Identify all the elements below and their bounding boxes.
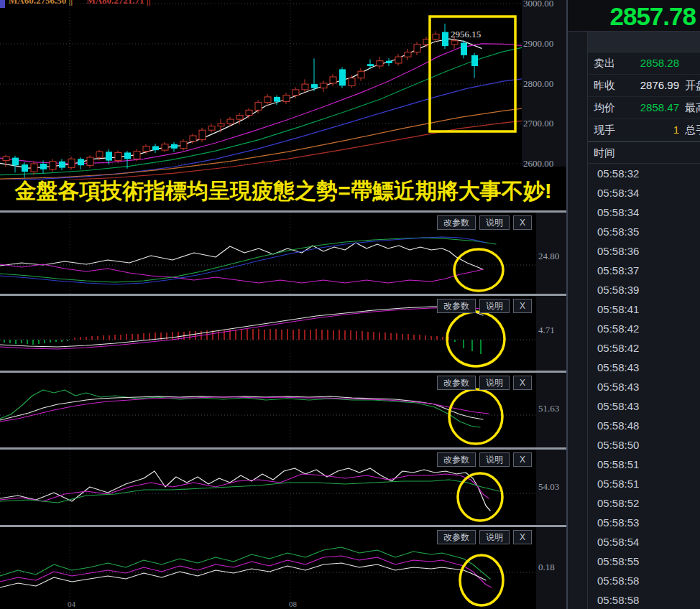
indicator-value-label: 51.63 <box>538 403 559 414</box>
panel-1-toolbar: 改参数说明X <box>437 215 532 230</box>
price-axis-label: 3000.00 <box>523 0 553 9</box>
analyst-annotation-text: 金盤各項技術指標均呈現疲態之勢=帶鰾近期將大事不妙! <box>0 171 566 210</box>
ma60-legend-label: MA60.2756.50 || <box>9 0 73 6</box>
x-axis-label: 08 <box>289 600 298 608</box>
indicator-panel-1: 改参数说明X24.80 <box>0 213 566 294</box>
highlight-circle <box>447 312 505 366</box>
quote-row-label: 均价 <box>594 97 615 118</box>
indicator-panel-5: 0408改参数说明X0.18 <box>0 527 566 609</box>
indicator-value-label: 54.03 <box>538 481 559 493</box>
time-row: 05:58:34 <box>588 183 700 203</box>
quote-spacer-band <box>588 32 700 52</box>
panel-5-edit-params-button[interactable]: 改参数 <box>437 530 476 544</box>
time-row: 05:58:39 <box>588 280 700 299</box>
time-row: 05:58:35 <box>588 222 700 241</box>
indicator-value-label: 0.18 <box>538 562 555 573</box>
quote-row-label2: 开盘 <box>685 75 700 96</box>
panel-4-help-button[interactable]: 说明 <box>479 452 510 467</box>
quote-row: 昨收2876.99开盘 <box>588 75 700 97</box>
quote-row-value: 2858.28 <box>640 52 679 74</box>
panel-4-toolbar: 改参数说明X <box>437 452 532 467</box>
panel-5-toolbar: 改参数说明X <box>437 530 532 544</box>
time-row: 05:58:50 <box>588 435 700 455</box>
ma-legend: MA60.2756.50 || MA80.2721.71 || <box>9 0 151 6</box>
panel-2-toolbar: 改参数说明X <box>437 299 532 313</box>
highlight-circle <box>449 389 502 444</box>
panel-1-help-button[interactable]: 说明 <box>479 215 510 230</box>
panel-3-edit-params-button[interactable]: 改参数 <box>437 376 476 390</box>
quote-row: 卖出2858.28 <box>588 52 700 75</box>
time-row: 05:58:48 <box>588 416 700 435</box>
quote-row-label2: 最高 <box>685 97 700 118</box>
time-list-header: 时间 <box>588 141 700 164</box>
time-row: 05:58:55 <box>588 552 700 571</box>
quote-rows: 卖出2858.28昨收2876.99开盘均价2858.47最高现手1总手 <box>588 52 700 141</box>
price-axis-label: 2800.00 <box>523 78 553 90</box>
quote-row-label: 昨收 <box>594 75 615 96</box>
panel-3-help-button[interactable]: 说明 <box>479 376 510 390</box>
candlestick-plot: 2956.15 <box>0 0 566 182</box>
price-axis: 3000.002900.002800.002700.002600.00 <box>522 0 566 167</box>
panel-2-edit-params-button[interactable]: 改参数 <box>437 299 476 313</box>
time-row: 05:58:34 <box>588 203 700 222</box>
panel-1-close-button[interactable]: X <box>513 215 532 230</box>
time-header-label: 时间 <box>594 142 615 163</box>
time-row: 05:58:36 <box>588 241 700 261</box>
quote-inner: 卖出2858.28昨收2876.99开盘均价2858.47最高现手1总手 时间 … <box>587 32 700 609</box>
ma80-legend-label: MA80.2721.71 || <box>86 0 150 6</box>
quote-panel: 2857.78 卖出2858.28昨收2876.99开盘均价2858.47最高现… <box>566 0 700 609</box>
time-row: 05:58:41 <box>588 299 700 319</box>
panel-5-close-button[interactable]: X <box>513 530 532 544</box>
price-axis-label: 2600.00 <box>523 158 553 169</box>
indicator-panel-4: 改参数说明X54.03 <box>0 450 566 525</box>
panel-2-help-button[interactable]: 说明 <box>479 299 510 313</box>
time-row: 05:58:42 <box>588 319 700 338</box>
time-row: 05:58:51 <box>588 455 700 474</box>
corner-marker <box>0 0 5 8</box>
quote-row-value: 2858.47 <box>640 97 679 118</box>
quote-row-value: 1 <box>673 119 679 141</box>
time-row: 05:58:53 <box>588 513 700 532</box>
price-axis-label: 2900.00 <box>523 38 553 50</box>
quote-row-label2: 总手 <box>685 119 700 141</box>
main-candlestick-chart: 2956.15 MA60.2756.50 || MA80.2721.71 || … <box>0 0 566 180</box>
last-price: 2857.78 <box>568 0 700 32</box>
panel-3-close-button[interactable]: X <box>513 376 532 390</box>
panel-1-edit-params-button[interactable]: 改参数 <box>437 215 476 230</box>
indicator-value-label: 4.71 <box>538 325 555 336</box>
time-row: 05:58:54 <box>588 532 700 552</box>
quote-row: 均价2858.47最高 <box>588 97 700 119</box>
trading-app: 2956.15 MA60.2756.50 || MA80.2721.71 || … <box>0 0 700 609</box>
panel-4-edit-params-button[interactable]: 改参数 <box>437 452 476 467</box>
time-tape-list[interactable]: 05:58:3205:58:3405:58:3405:58:3505:58:36… <box>588 164 700 609</box>
panel-2-close-button[interactable]: X <box>513 299 532 313</box>
x-axis-label: 04 <box>68 600 76 608</box>
price-axis-label: 2700.00 <box>523 118 553 129</box>
time-row: 05:58:42 <box>588 338 700 358</box>
indicator-value-label: 24.80 <box>538 251 559 262</box>
quote-row-value: 2876.99 <box>640 75 679 96</box>
peak-price-label: 2956.15 <box>451 29 481 39</box>
time-row: 05:58:43 <box>588 358 700 377</box>
time-row: 05:58:43 <box>588 396 700 416</box>
time-row: 05:58:52 <box>588 493 700 513</box>
time-row: 05:58:37 <box>588 261 700 280</box>
indicator-panel-3: 改参数说明X51.63 <box>0 373 566 447</box>
panel-5-help-button[interactable]: 说明 <box>479 530 510 544</box>
highlight-circle <box>458 473 502 521</box>
quote-row-label: 卖出 <box>594 52 615 74</box>
indicator-panel-2: 改参数说明X4.71 <box>0 296 566 371</box>
panel-3-toolbar: 改参数说明X <box>437 376 532 390</box>
time-row: 05:58:32 <box>588 164 700 183</box>
quote-row-label: 现手 <box>594 119 615 141</box>
panel-4-close-button[interactable]: X <box>513 452 532 467</box>
charts-column: 2956.15 MA60.2756.50 || MA80.2721.71 || … <box>0 0 566 609</box>
quote-row: 现手1总手 <box>588 119 700 141</box>
time-row: 05:58:51 <box>588 474 700 493</box>
time-row: 05:58:43 <box>588 377 700 396</box>
time-row: 05:58:58 <box>588 590 700 609</box>
time-row: 05:58:58 <box>588 571 700 590</box>
